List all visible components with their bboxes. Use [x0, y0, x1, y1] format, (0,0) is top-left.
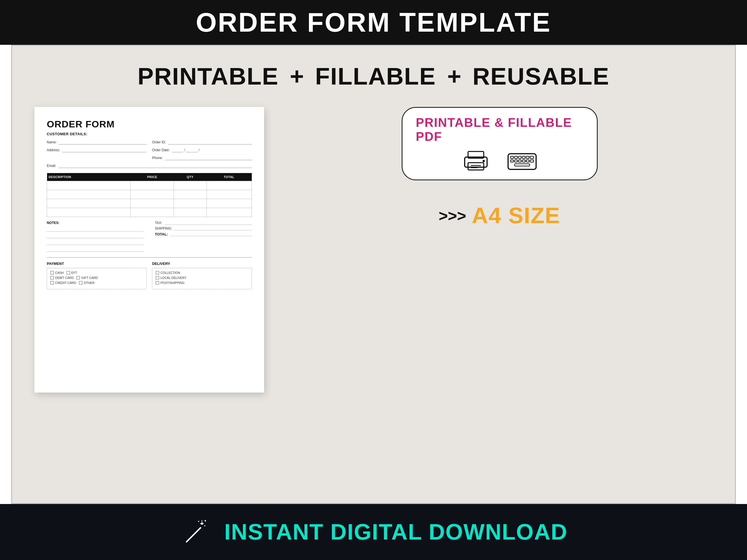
collection-checkbox[interactable] — [156, 271, 159, 274]
svg-rect-13 — [511, 160, 513, 162]
svg-rect-17 — [526, 160, 529, 162]
local-delivery-option: LOCAL DELIVERY — [156, 276, 186, 279]
subtitle-row: PRINTABLE + FILLABLE + REUSABLE — [34, 62, 713, 90]
table-row — [47, 208, 252, 217]
post-checkbox[interactable] — [156, 281, 159, 285]
notes-label: NOTES: — [47, 221, 144, 225]
wand-svg — [182, 518, 210, 546]
shipping-row: SHIPPING: — [155, 226, 252, 231]
other-label: OTHER — [84, 281, 95, 285]
phone-label: Phone: — [152, 156, 163, 160]
subtitle-word3: REUSABLE — [472, 62, 610, 90]
col-total: TOTAL — [206, 173, 252, 181]
plus2: + — [447, 62, 461, 90]
customer-section-label: CUSTOMER DETAILS: — [47, 132, 252, 136]
collection-label: COLLECTION — [160, 271, 180, 274]
cash-checkbox[interactable] — [50, 271, 54, 274]
cash-option: CASH — [50, 271, 64, 274]
email-label: Email: — [47, 164, 56, 168]
gift-label: GIFT CARD — [81, 276, 98, 279]
svg-rect-2 — [468, 163, 484, 170]
tax-label: TAX: — [155, 221, 162, 225]
delivery-box: COLLECTION LOCAL DELIVERY — [152, 268, 252, 289]
notes-totals-row: NOTES: TAX: SHIPPING: — [47, 221, 252, 253]
instant-download-text: INSTANT DIGITAL DOWNLOAD — [224, 519, 568, 545]
credit-checkbox[interactable] — [50, 281, 54, 285]
payment-delivery-row: PAYMENT CASH EFT — [47, 262, 252, 289]
svg-rect-10 — [522, 156, 525, 158]
subtitle-word1: PRINTABLE — [137, 62, 279, 90]
shipping-label: SHIPPING: — [155, 226, 172, 231]
post-option: POST/SHIPPING — [156, 281, 185, 285]
phone-row: Phone: — [47, 156, 252, 162]
svg-rect-12 — [530, 156, 534, 158]
other-checkbox[interactable] — [79, 281, 82, 285]
svg-point-22 — [204, 520, 206, 522]
payment-box: CASH EFT DEBIT CARD — [47, 268, 147, 289]
payment-section: PAYMENT CASH EFT — [47, 262, 147, 289]
arrows-icon: >>> — [439, 207, 466, 225]
svg-rect-14 — [515, 160, 517, 162]
delivery-row3: POST/SHIPPING — [156, 281, 248, 285]
page-title: ORDER FORM TEMPLATE — [196, 7, 551, 38]
a4-row: >>> A4 SIZE — [439, 203, 560, 229]
eft-option: EFT — [67, 271, 77, 274]
post-label: POST/SHIPPING — [160, 281, 185, 285]
subtitle-word2: FILLABLE — [315, 62, 436, 90]
svg-line-20 — [186, 528, 201, 542]
total-row: TOTAL: — [155, 232, 252, 236]
form-title: ORDER FORM — [47, 119, 252, 130]
address-label: Address: — [47, 148, 60, 152]
delivery-row2: LOCAL DELIVERY — [156, 276, 248, 279]
svg-rect-15 — [518, 160, 521, 162]
keyboard-icon — [507, 149, 538, 171]
payment-label: PAYMENT — [47, 262, 147, 266]
order-id-label: Order ID: — [152, 140, 166, 144]
badge-icons — [462, 149, 538, 171]
local-label: LOCAL DELIVERY — [160, 276, 186, 279]
svg-rect-7 — [511, 156, 513, 158]
debit-checkbox[interactable] — [50, 276, 54, 279]
delivery-row1: COLLECTION — [156, 271, 248, 274]
eft-label: EFT — [71, 271, 77, 274]
order-date-label: Order Date: — [152, 148, 170, 152]
debit-option: DEBIT CARD — [50, 276, 74, 279]
badge-title: PRINTABLE & FILLABLE PDF — [416, 116, 584, 144]
top-bar: ORDER FORM TEMPLATE — [0, 0, 747, 45]
email-row: Email: — [47, 163, 252, 168]
svg-point-24 — [204, 525, 205, 526]
payment-row2: DEBIT CARD GIFT CARD — [50, 276, 143, 279]
tax-row: TAX: — [155, 221, 252, 225]
payment-row1: CASH EFT — [50, 271, 143, 274]
form-document: ORDER FORM CUSTOMER DETAILS: Name: Order… — [34, 107, 264, 393]
eft-checkbox[interactable] — [67, 271, 70, 274]
printer-icon — [462, 149, 490, 171]
wand-icon — [180, 515, 213, 549]
delivery-label: DELIVERY — [152, 262, 252, 266]
col-qty: QTY — [174, 173, 206, 181]
right-panel: PRINTABLE & FILLABLE PDF — [286, 107, 713, 229]
delivery-section: DELIVERY COLLECTION LOCAL DELIVERY — [152, 262, 252, 289]
svg-rect-8 — [515, 156, 517, 158]
svg-rect-16 — [522, 160, 525, 162]
order-table: DESCRIPTION PRICE QTY TOTAL — [47, 173, 252, 217]
table-row — [47, 181, 252, 190]
debit-label: DEBIT CARD — [55, 276, 74, 279]
collection-option: COLLECTION — [156, 271, 180, 274]
svg-rect-19 — [515, 164, 530, 166]
gift-checkbox[interactable] — [76, 276, 80, 279]
name-label: Name: — [47, 140, 57, 144]
printable-badge: PRINTABLE & FILLABLE PDF — [402, 107, 598, 180]
divider — [47, 257, 252, 258]
payment-row3: CREDIT CARD OTHER — [50, 281, 143, 285]
local-checkbox[interactable] — [156, 276, 159, 279]
table-row — [47, 190, 252, 199]
other-option: OTHER — [79, 281, 95, 285]
credit-option: CREDIT CARD — [50, 281, 76, 285]
svg-rect-18 — [530, 160, 534, 162]
cash-label: CASH — [55, 271, 64, 274]
name-orderid-row: Name: Order ID: — [47, 140, 252, 146]
svg-point-5 — [483, 160, 485, 162]
content-row: ORDER FORM CUSTOMER DETAILS: Name: Order… — [34, 107, 713, 393]
plus1: + — [290, 62, 304, 90]
